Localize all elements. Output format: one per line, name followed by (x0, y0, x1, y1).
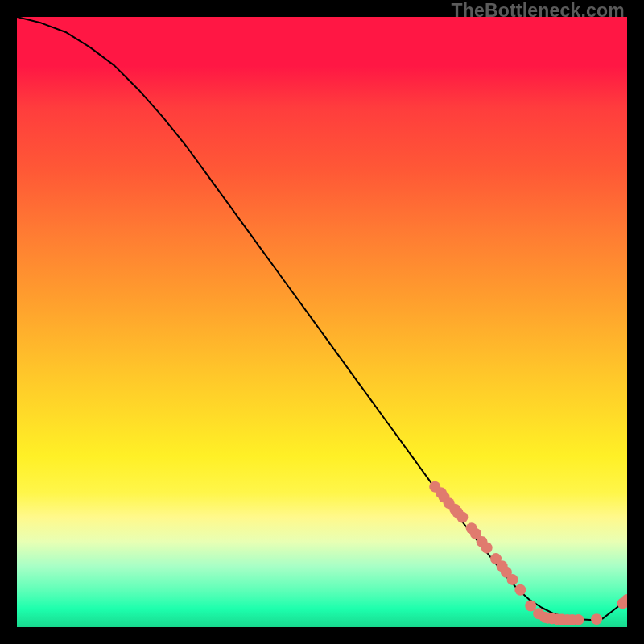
chart-dot (456, 512, 468, 523)
chart-frame (17, 17, 627, 627)
chart-dot (591, 613, 602, 625)
chart-dot (572, 614, 584, 625)
chart-dots-group (429, 481, 627, 625)
chart-dot (514, 584, 526, 596)
chart-dot (481, 542, 493, 553)
chart-svg (17, 17, 627, 627)
chart-dot (507, 574, 518, 585)
chart-curve (17, 17, 627, 620)
chart-dot (525, 600, 536, 611)
